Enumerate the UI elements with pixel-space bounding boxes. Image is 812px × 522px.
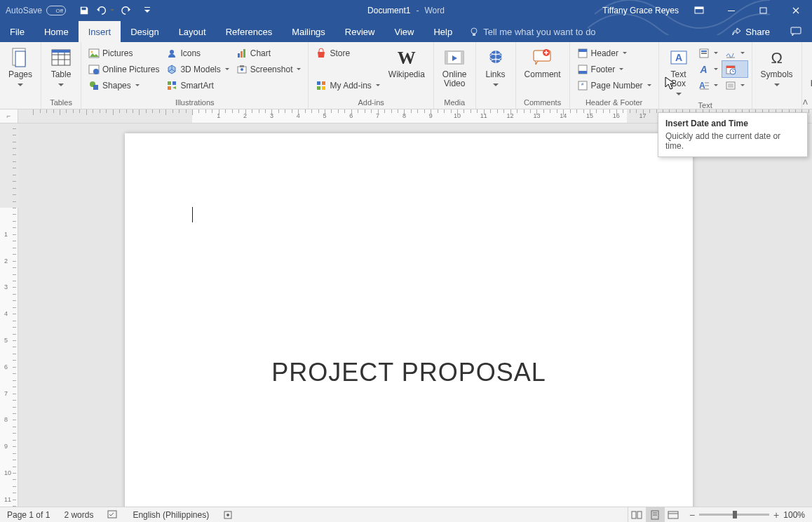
svg-rect-34 — [317, 86, 320, 90]
header-button[interactable]: Header — [574, 45, 654, 61]
online-video-button[interactable]: Online Video — [438, 45, 471, 90]
store-button[interactable]: Store — [313, 45, 382, 61]
language[interactable]: English (Philippines) — [126, 507, 216, 523]
ribbon-display-options[interactable] — [683, 0, 715, 21]
read-mode-button[interactable] — [628, 507, 646, 523]
chart-button[interactable]: Chart — [234, 45, 304, 61]
svg-rect-9 — [15, 51, 25, 67]
signature-line-button[interactable] — [722, 45, 747, 61]
symbols-button[interactable]: Ω Symbols — [757, 45, 797, 91]
svg-rect-53 — [701, 53, 707, 54]
tab-selector[interactable]: ⌐ — [0, 109, 18, 123]
quick-parts-button[interactable] — [696, 45, 721, 61]
tab-design[interactable]: Design — [121, 21, 168, 42]
table-button[interactable]: Table — [46, 45, 76, 91]
my-addins-button[interactable]: My Add-ins — [313, 77, 382, 93]
word-count[interactable]: 2 words — [57, 507, 100, 523]
zoom-slider[interactable] — [699, 514, 769, 516]
svg-rect-3 — [728, 11, 735, 11]
tab-layout[interactable]: Layout — [169, 21, 216, 42]
3d-models-button[interactable]: 3D Models — [163, 61, 231, 77]
pages-button[interactable]: Pages — [4, 45, 36, 91]
page[interactable]: PROJECT PROPOSAL — [125, 133, 693, 507]
tab-review[interactable]: Review — [335, 21, 385, 42]
share-button[interactable]: Share — [722, 21, 780, 42]
undo-button[interactable] — [95, 1, 115, 20]
maximize-button[interactable] — [747, 0, 780, 21]
save-button[interactable] — [74, 1, 94, 20]
svg-point-22 — [170, 50, 174, 54]
zoom-level[interactable]: 100% — [783, 510, 805, 520]
emoji-keyboard-button[interactable]: 😂 Emoji Keyboard — [806, 45, 812, 90]
tab-mailings[interactable]: Mailings — [282, 21, 335, 42]
tab-help[interactable]: Help — [424, 21, 462, 42]
omega-icon: Ω — [766, 46, 788, 69]
drop-cap-button[interactable]: A — [696, 77, 721, 93]
svg-rect-24 — [172, 81, 176, 85]
links-button[interactable]: Links — [480, 45, 511, 91]
footer-button[interactable]: Footer — [574, 61, 654, 77]
pagenum-icon: # — [577, 80, 588, 91]
group-symbols: Ω Symbols — [752, 42, 802, 109]
header-icon — [577, 48, 588, 59]
comments-pane-button[interactable] — [780, 21, 812, 42]
web-layout-button[interactable] — [664, 507, 682, 523]
smartart-button[interactable]: SmartArt — [163, 77, 231, 93]
page-number-button[interactable]: #Page Number — [574, 77, 654, 93]
close-button[interactable] — [780, 0, 812, 21]
tab-view[interactable]: View — [384, 21, 424, 42]
cube-icon — [166, 64, 177, 75]
qat-customize[interactable] — [137, 1, 157, 20]
svg-point-66 — [226, 514, 229, 516]
svg-point-19 — [93, 69, 99, 74]
tab-file[interactable]: File — [0, 21, 34, 42]
comment-button[interactable]: Comment — [520, 45, 565, 81]
online-pictures-button[interactable]: Online Pictures — [86, 61, 162, 77]
shapes-button[interactable]: Shapes — [86, 77, 162, 93]
page-count[interactable]: Page 1 of 1 — [0, 507, 57, 523]
minimize-button[interactable] — [715, 0, 747, 21]
object-button[interactable] — [722, 77, 747, 93]
textbox-icon: A — [668, 46, 690, 69]
date-time-button[interactable] — [722, 61, 747, 77]
pictures-button[interactable]: Pictures — [86, 45, 162, 61]
text-cursor — [192, 207, 193, 222]
window-title: Document1 - Word — [367, 6, 445, 15]
datetime-icon — [725, 64, 736, 75]
tell-me-search[interactable]: Tell me what you want to do — [462, 21, 602, 42]
group-text: A Text Box A A Text — [659, 42, 752, 109]
tooltip-body: Quickly add the current date or time. — [665, 131, 800, 151]
tab-insert[interactable]: Insert — [79, 21, 121, 42]
zoom-in[interactable]: + — [773, 509, 779, 521]
document-heading[interactable]: PROJECT PROPOSAL — [125, 358, 693, 387]
autosave-label: AutoSave — [6, 6, 42, 15]
spell-check[interactable] — [100, 507, 126, 523]
svg-rect-25 — [168, 86, 171, 90]
svg-point-5 — [471, 28, 477, 34]
user-name[interactable]: Tiffany Grace Reyes — [602, 6, 679, 15]
autosave-toggle[interactable]: AutoSave Off — [0, 6, 72, 15]
dropcap-icon: A — [698, 80, 710, 91]
tooltip-title: Insert Date and Time — [665, 119, 800, 128]
zoom-out[interactable]: − — [689, 509, 695, 521]
screenshot-button[interactable]: Screenshot — [234, 61, 304, 77]
wordart-button[interactable]: A — [696, 61, 721, 77]
print-layout-button[interactable] — [646, 507, 664, 523]
icons-button[interactable]: Icons — [163, 45, 231, 61]
group-links: Links — [476, 42, 516, 109]
shapes-icon — [88, 80, 100, 91]
wikipedia-button[interactable]: W Wikipedia — [384, 45, 429, 81]
svg-point-30 — [241, 68, 243, 71]
tab-home[interactable]: Home — [34, 21, 79, 42]
tab-references[interactable]: References — [216, 21, 282, 42]
svg-rect-27 — [241, 51, 243, 58]
vertical-ruler[interactable]: 1234567891011 — [0, 123, 18, 507]
redo-button[interactable] — [116, 1, 136, 20]
svg-rect-7 — [791, 27, 801, 34]
macro-recording[interactable] — [216, 507, 240, 523]
document-scroll[interactable]: PROJECT PROPOSAL — [18, 123, 812, 507]
text-box-button[interactable]: A Text Box — [663, 45, 694, 100]
collapse-ribbon-button[interactable]: ᐱ — [803, 98, 808, 106]
svg-rect-63 — [728, 83, 733, 88]
autosave-switch[interactable]: Off — [46, 6, 66, 15]
